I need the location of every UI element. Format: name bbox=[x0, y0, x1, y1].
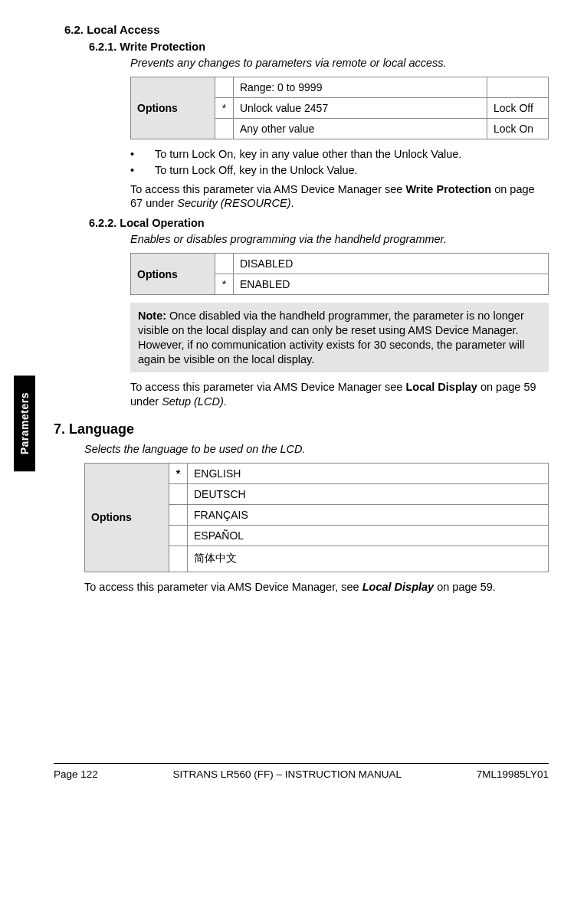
table-row: Options DISABLED bbox=[131, 254, 549, 274]
cell-value: FRANÇAIS bbox=[188, 504, 549, 525]
cell-value: 简体中文 bbox=[188, 546, 549, 572]
cell-value: Unlock value 2457 bbox=[234, 97, 487, 118]
options-label: Options bbox=[131, 77, 215, 139]
page-footer: Page 122 SITRANS LR560 (FF) – INSTRUCTIO… bbox=[54, 763, 549, 780]
cell-range: Range: 0 to 9999 bbox=[234, 77, 487, 97]
cell-value: Any other value bbox=[234, 118, 487, 139]
text: on page 59. bbox=[437, 581, 496, 593]
cell-star bbox=[215, 77, 234, 97]
options-table-6-2-1: Options Range: 0 to 9999 * Unlock value … bbox=[130, 77, 549, 139]
cell-star bbox=[169, 504, 188, 525]
footer-page: Page 122 bbox=[54, 768, 98, 780]
cell-effect: Lock On bbox=[487, 118, 549, 139]
options-label: Options bbox=[85, 463, 169, 572]
options-table-7: Options * ENGLISH DEUTSCH FRANÇAIS ESPAÑ… bbox=[84, 463, 549, 572]
link-local-display[interactable]: Local Display bbox=[362, 581, 438, 593]
access-text-6-2-1: To access this parameter via AMS Device … bbox=[130, 182, 549, 211]
cell-star: * bbox=[215, 274, 234, 295]
text-ital: Setup (LCD) bbox=[162, 395, 224, 408]
note-label: Note: bbox=[138, 310, 166, 322]
cell-star bbox=[169, 525, 188, 546]
side-tab-parameters: Parameters bbox=[14, 375, 35, 471]
text: To access this parameter via AMS Device … bbox=[84, 581, 362, 593]
cell-effect: Lock Off bbox=[487, 97, 549, 118]
text: . bbox=[224, 395, 227, 408]
list-item: To turn Lock On, key in any value other … bbox=[130, 147, 549, 162]
cell-star bbox=[215, 254, 234, 274]
heading-7: 7. Language bbox=[54, 421, 549, 437]
link-write-protection[interactable]: Write Protection bbox=[405, 183, 491, 195]
cell-value: ENABLED bbox=[234, 274, 549, 295]
bullet-list-6-2-1: To turn Lock On, key in any value other … bbox=[130, 147, 549, 178]
cell-value: DISABLED bbox=[234, 254, 549, 274]
desc-7: Selects the language to be used on the L… bbox=[84, 442, 549, 457]
heading-6-2-2: 6.2.2. Local Operation bbox=[89, 217, 549, 229]
access-text-7: To access this parameter via AMS Device … bbox=[84, 580, 549, 595]
note-text: Once disabled via the handheld programme… bbox=[138, 310, 525, 365]
list-item: To turn Lock Off, key in the Unlock Valu… bbox=[130, 163, 549, 178]
table-row: Options * ENGLISH bbox=[85, 463, 549, 483]
text-ital: Security (RESOURCE) bbox=[177, 197, 290, 209]
cell-star bbox=[169, 546, 188, 572]
cell-star: * bbox=[169, 463, 188, 483]
desc-6-2-1: Prevents any changes to parameters via r… bbox=[130, 56, 549, 70]
cell-star bbox=[169, 483, 188, 504]
desc-6-2-2: Enables or disables programming via the … bbox=[130, 232, 549, 247]
cell-star bbox=[215, 118, 234, 139]
options-table-6-2-2: Options DISABLED * ENABLED bbox=[130, 253, 549, 295]
heading-6-2-1: 6.2.1. Write Protection bbox=[89, 41, 549, 53]
heading-6-2: 6.2. Local Access bbox=[64, 23, 549, 36]
text: To access this parameter via AMS Device … bbox=[130, 381, 405, 393]
footer-doc-id: 7ML19985LY01 bbox=[477, 768, 549, 780]
link-local-display[interactable]: Local Display bbox=[405, 381, 477, 393]
cell-value: DEUTSCH bbox=[188, 483, 549, 504]
table-row: Options Range: 0 to 9999 bbox=[131, 77, 549, 97]
note-box-6-2-2: Note: Once disabled via the handheld pro… bbox=[130, 303, 549, 372]
footer-title: SITRANS LR560 (FF) – INSTRUCTION MANUAL bbox=[172, 768, 402, 780]
text: . bbox=[291, 197, 294, 209]
text: To access this parameter via AMS Device … bbox=[130, 183, 405, 195]
options-label: Options bbox=[131, 254, 215, 295]
cell-empty bbox=[487, 77, 549, 97]
cell-value: ESPAÑOL bbox=[188, 525, 549, 546]
cell-value: ENGLISH bbox=[188, 463, 549, 483]
access-text-6-2-2: To access this parameter via AMS Device … bbox=[130, 380, 549, 409]
cell-star: * bbox=[215, 97, 234, 118]
